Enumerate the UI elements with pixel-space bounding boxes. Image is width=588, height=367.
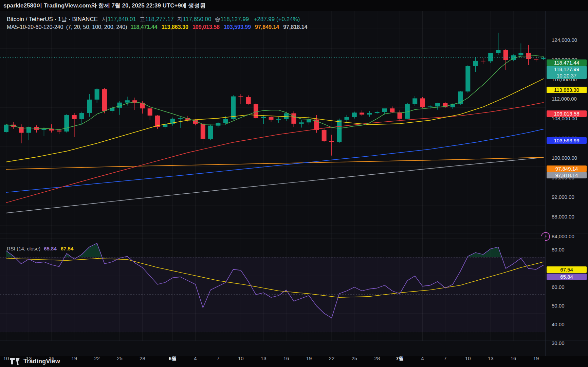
time-axis-label: 19 (533, 355, 539, 361)
ma100-price-badge: 103,593.99 (547, 137, 587, 144)
rsi-axis-label: 30.00 (552, 340, 565, 346)
ma-legend-value: 113,863.30 (162, 24, 188, 30)
time-axis-label: 7 (217, 355, 219, 361)
time-axis-label: 4 (421, 355, 424, 361)
time-axis-label: 10 (238, 355, 244, 361)
share-banner-text: sparkle2580이 TradingView.com와 함께 7월 20, … (3, 2, 206, 9)
price-axis-label: 100,000.00 (552, 155, 577, 161)
ma50-line (6, 103, 544, 203)
tradingview-snapshot: sparkle2580이 TradingView.com와 함께 7월 20, … (0, 0, 588, 367)
time-axis-label: 28 (374, 355, 380, 361)
rsi-axis-label: 50.00 (552, 303, 565, 309)
time-axis-label: 22 (94, 355, 100, 361)
ma20-line (6, 78, 544, 162)
time-axis-label: 13 (26, 355, 32, 361)
ma-legend-value: 103,593.99 (224, 24, 251, 30)
price-axis-label: 92,000.00 (552, 194, 574, 200)
price-chart-canvas[interactable] (0, 11, 588, 356)
ma200-price-badge: 97,849.14 (547, 165, 587, 172)
time-axis-label: 25 (351, 355, 357, 361)
ma-legend-value: 97,849.14 (255, 24, 279, 30)
price-axis-label: 124,000.00 (552, 37, 577, 43)
time-axis-label: 7 (444, 355, 446, 361)
tradingview-logo-icon[interactable] (10, 358, 20, 365)
price-axis-label: 84,000.00 (552, 233, 574, 240)
rsi-legend[interactable]: RSI (14, close)65.8467.54 (7, 246, 73, 251)
ma-legend-values: 118,471.44113,863.30109,013.58103,593.99… (130, 24, 311, 30)
time-axis-label: 7월 (396, 355, 404, 362)
ma-legend-params: (7, 20, 50, 100, 200, 240) (66, 24, 127, 30)
time-axis-label: 19 (71, 355, 77, 361)
ma-legend-title[interactable]: MA5-10-20-60-120-240 (7, 24, 63, 30)
rsi-axis-label: 80.00 (552, 247, 565, 253)
time-axis-label: 6월 (169, 355, 177, 362)
symbol-legend[interactable]: Bitcoin / TetherUS · 1날 · BINANCE시117,84… (7, 15, 301, 23)
ohlc-field-value: 118,127.99 (220, 16, 249, 22)
rsi-axis-label: 60.00 (552, 284, 565, 290)
rsi-ma-badge: 67.54 (547, 266, 587, 273)
ma200-line (6, 157, 544, 169)
time-axis-label: 22 (329, 355, 335, 361)
ma50-price-badge: 109,013.58 (547, 110, 587, 117)
ohlc-field-value: 117,840.01 (108, 16, 136, 22)
rsi-legend-title[interactable]: RSI (14, close) (7, 246, 40, 251)
time-axis-label: 25 (117, 355, 123, 361)
footer-bar: TradingView (0, 356, 588, 367)
ohlc-field-value: 117,650.00 (183, 16, 212, 22)
ohlc-field-label: 종 (215, 16, 220, 22)
last-price-badge: 118,127.9910:20:37 (547, 66, 587, 79)
ma7-line (6, 56, 544, 130)
ma-legend-value: 118,471.44 (130, 24, 157, 30)
ma100-line (6, 129, 544, 192)
time-axis-label: 10 (3, 355, 9, 361)
ohlc-field-value: 118,277.17 (145, 16, 174, 22)
price-axis-label: 88,000.00 (552, 214, 574, 220)
candles (4, 33, 546, 156)
time-axis-label: 16 (49, 355, 54, 361)
ma240-price-badge: 97,818.14 (547, 172, 587, 178)
ohlc-field-label: 시 (102, 16, 108, 22)
chart-region[interactable]: Bitcoin / TetherUS · 1날 · BINANCE시117,84… (0, 11, 588, 356)
time-axis-label: 13 (261, 355, 267, 361)
price-axis-label: 112,000.00 (552, 96, 577, 102)
time-axis-label: 28 (140, 355, 145, 361)
ohlc-fields: 시117,840.01고118,277.17저117,650.00종118,12… (102, 16, 252, 22)
rsi-axis-label: 40.00 (552, 321, 565, 328)
share-banner: sparkle2580이 TradingView.com와 함께 7월 20, … (0, 0, 588, 11)
ma-legend-value: 109,013.58 (192, 24, 220, 30)
time-axis-label: 4 (194, 355, 197, 361)
ma-legend-value: 97,818.14 (283, 24, 307, 30)
time-axis-label: 13 (488, 355, 494, 361)
ohlc-field-label: 저 (177, 16, 183, 22)
symbol-title[interactable]: Bitcoin / TetherUS · 1날 · BINANCE (7, 16, 98, 22)
time-axis-label: 19 (306, 355, 312, 361)
change-value: +287.99 (+0.24%) (254, 16, 300, 22)
time-axis-label: 16 (511, 355, 516, 361)
ohlc-field-label: 고 (140, 16, 145, 22)
time-axis-label: 16 (283, 355, 289, 361)
rsi-band (0, 257, 546, 332)
ma7-price-badge: 118,471.44 (547, 59, 587, 66)
rsi-ma-value: 67.54 (61, 246, 74, 251)
rsi-current-value: 65.84 (44, 246, 57, 251)
time-axis-label: 10 (465, 355, 471, 361)
ma-legend[interactable]: MA5-10-20-60-120-240 (7, 20, 50, 100, 20… (7, 24, 313, 30)
rsi-badge: 65.84 (547, 274, 587, 280)
ma20-price-badge: 113,863.30 (547, 87, 587, 93)
